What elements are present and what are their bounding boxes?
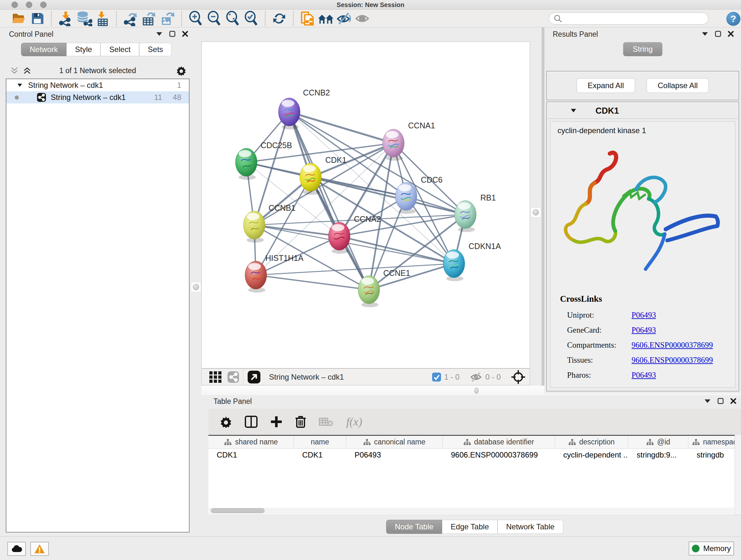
table-cell[interactable]: CDK1 [294,449,346,461]
import-network-file-button[interactable] [56,11,75,26]
close-panel-icon[interactable] [728,30,734,37]
home-houses-button[interactable] [317,11,335,26]
table-cell[interactable]: stringdb:9... [628,449,688,461]
network-share-icon[interactable] [227,371,239,383]
zoom-fit-button[interactable] [223,11,242,26]
table-cell[interactable]: CDK1 [208,449,294,461]
crosslink-link[interactable]: P06493 [631,371,656,380]
panel-menu-icon[interactable] [704,399,711,403]
network-edge[interactable] [289,112,369,290]
table-cell[interactable]: cyclin-dependent ... [555,449,628,461]
crosslink-link[interactable]: P06493 [631,326,656,334]
tab-string[interactable]: String [623,42,663,56]
zoom-selected-button[interactable] [242,11,260,26]
tab-sets[interactable]: Sets [139,43,172,56]
section-collapse-icon[interactable] [570,109,576,113]
selected-checkbox-icon[interactable] [431,372,442,382]
scrollbar-thumb[interactable] [211,508,265,513]
import-network-database-button[interactable] [75,11,93,26]
collapse-all-button[interactable]: Collapse All [647,78,709,93]
float-panel-icon[interactable] [715,30,721,37]
table-cell[interactable]: stringdb [688,449,741,461]
network-edge[interactable] [289,112,393,143]
hidden-eye-slash-icon[interactable] [470,372,483,382]
open-session-button[interactable] [10,11,28,26]
gene-section-header[interactable]: CDK1 [548,103,738,119]
column-header-name[interactable]: name [294,436,346,448]
export-image-button[interactable] [158,11,177,26]
zoom-out-button[interactable] [205,11,223,26]
panel-menu-icon[interactable] [701,32,709,36]
column-header-@id[interactable]: @id [628,436,688,448]
table-cell[interactable]: P06493 [346,449,443,461]
table-horizontal-scrollbar[interactable] [209,508,734,514]
network-edge[interactable] [256,275,369,290]
network-node-CCNA1[interactable]: CCNA1 [383,121,435,161]
fit-selected-crosshair-icon[interactable] [511,370,525,384]
show-columns-icon[interactable] [245,416,258,428]
column-header-canonical-name[interactable]: canonical name [346,436,443,448]
memory-button[interactable]: Memory [689,542,734,556]
help-button[interactable]: ? [726,12,740,26]
column-header-database-identifier[interactable]: database identifier [443,436,555,448]
network-canvas[interactable]: CCNB2CCNA1CDC25BCDK1CDC6RB1CCNB1CCNA2CDK… [201,42,530,368]
tab-network-table[interactable]: Network Table [497,520,563,534]
tree-expand-icon[interactable] [17,83,22,87]
tab-select[interactable]: Select [100,43,139,56]
column-header-namespac[interactable]: namespac [688,436,741,448]
add-column-plus-icon[interactable] [270,416,282,428]
close-panel-icon[interactable] [730,398,737,404]
node-label-CDC25B: CDC25B [261,141,292,150]
right-splitter-handle[interactable] [531,207,541,217]
hide-selected-button[interactable] [335,11,354,26]
column-header-shared-name[interactable]: shared name [208,436,294,448]
detach-view-button[interactable] [247,370,261,384]
column-header-description[interactable]: description [555,436,628,448]
tab-style[interactable]: Style [66,43,100,56]
table-vertical-scrollbar[interactable] [735,435,741,515]
refresh-button[interactable] [270,11,288,26]
float-panel-icon[interactable] [718,398,724,404]
left-splitter-handle[interactable] [191,282,201,292]
network-node-RB1[interactable]: RB1 [455,193,495,232]
export-table-button[interactable] [140,11,158,26]
delete-column-trash-icon[interactable] [295,415,306,428]
network-node-CDKN1A[interactable]: CDKN1A [443,242,501,281]
network-collection-row[interactable]: String Network – cdk1 1 [6,79,189,91]
export-network-button[interactable] [121,11,140,26]
float-panel-icon[interactable] [169,30,176,37]
network-node-CCNE1[interactable]: CCNE1 [358,268,410,307]
save-session-button[interactable] [28,11,47,26]
table-cell[interactable]: 9606.ENSP00000378699 [443,449,555,461]
search-input[interactable] [562,14,699,23]
network-row[interactable]: String Network – cdk1 11 48 [6,91,189,104]
tab-network[interactable]: Network [21,43,66,56]
tab-edge-table[interactable]: Edge Table [442,520,497,534]
cloud-status-button[interactable] [7,542,26,556]
network-options-gear-icon[interactable] [176,65,186,76]
delete-table-icon[interactable] [319,416,333,427]
function-builder-icon[interactable]: f(x) [346,415,362,428]
zoom-in-button[interactable] [186,11,205,26]
table-options-gear-icon[interactable] [220,416,232,428]
import-table-file-button[interactable] [93,11,112,26]
crosslink-link[interactable]: 9606.ENSP00000378699 [631,356,713,365]
shared-column-icon [646,439,654,446]
network-edge[interactable] [254,225,339,236]
crosslink-link[interactable]: P06493 [631,311,656,320]
expand-all-button[interactable]: Expand All [577,78,635,93]
crosslink-link[interactable]: 9606.ENSP00000378699 [631,341,713,350]
birds-eye-grid-icon[interactable] [209,371,223,383]
refresh-icon [272,11,286,25]
search-icon [554,14,562,23]
panel-menu-icon[interactable] [156,32,163,36]
duplicate-network-button[interactable] [298,11,317,26]
network-edge[interactable] [289,112,465,214]
show-all-button[interactable] [354,11,372,26]
zoom-fit-icon [225,11,240,26]
crosslink-row: GeneCard:P06493 [567,326,729,341]
warnings-button[interactable] [30,542,49,556]
table-row[interactable]: CDK1CDK1P064939606.ENSP00000378699cyclin… [208,449,741,461]
tab-node-table[interactable]: Node Table [386,520,442,534]
close-panel-icon[interactable] [182,30,188,37]
